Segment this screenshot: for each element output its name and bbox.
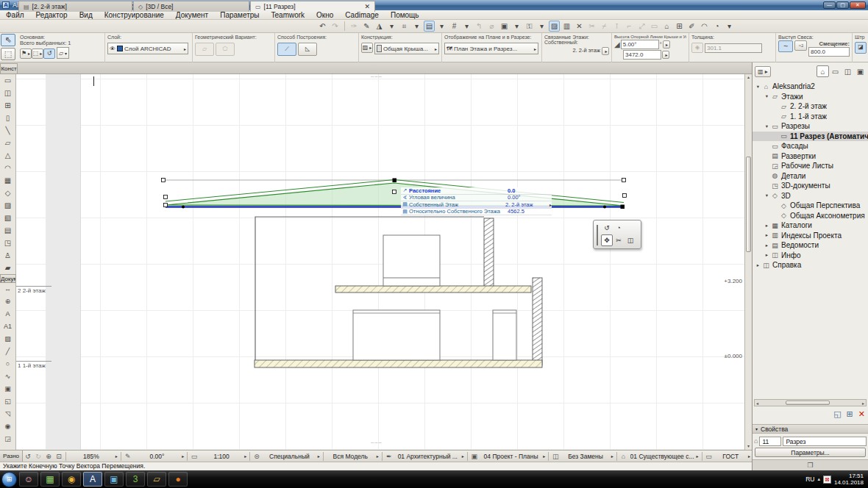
scale-combo[interactable]: 1:100▸: [199, 451, 248, 462]
renovation-filter-icon[interactable]: ⌂: [619, 453, 629, 460]
taskbar-user-app[interactable]: ☺: [19, 472, 38, 487]
lock-icon[interactable]: ⚿: [524, 21, 535, 32]
tracker-row-value[interactable]: 4562.5: [508, 208, 550, 215]
ramp-tool[interactable]: ▰: [0, 262, 15, 274]
pivot-method-button[interactable]: ⟋: [277, 43, 296, 56]
expand-arrow-icon[interactable]: ▾: [764, 123, 770, 129]
tracker-row-value[interactable]: 0.00°: [508, 194, 550, 201]
panel-dock-strip[interactable]: ❐: [753, 459, 868, 470]
close-button[interactable]: ✕: [850, 1, 866, 9]
poly-roof-geometry-button[interactable]: ▱: [195, 43, 214, 56]
language-indicator[interactable]: RU: [805, 476, 814, 483]
arrow-tool-button[interactable]: ⇖: [1, 34, 15, 46]
annotate-icon[interactable]: ✐: [686, 21, 697, 32]
stretch-icon[interactable]: ▭: [649, 21, 660, 32]
clock[interactable]: 17:51 14.01.2018: [834, 473, 867, 486]
tracker-relative[interactable]: ▤ Относительно Собственного Этажа 4562.5: [401, 209, 552, 216]
redo-icon[interactable]: ↷: [330, 21, 341, 32]
morph-tool[interactable]: ◇: [0, 187, 15, 199]
tab-section-11[interactable]: ▭ [11 Разрез] ✕: [250, 1, 375, 12]
layer-combo[interactable]: 👁 Слой ARCHICAD ▸: [107, 43, 188, 54]
expand-arrow-icon[interactable]: ▾: [755, 84, 761, 90]
graphic-override-icon[interactable]: ◫: [550, 453, 561, 460]
nav-3d-documents[interactable]: ◳ 3D-документы: [753, 181, 868, 191]
dropdown[interactable]: ▾: [536, 21, 547, 32]
wall-tool[interactable]: ▭: [0, 74, 15, 87]
level-dimension-tool[interactable]: ⊕: [0, 295, 15, 308]
curtain-wall-tool[interactable]: ▦: [0, 174, 15, 187]
navigator-hscroll-thumb[interactable]: [786, 401, 830, 405]
thickness-field[interactable]: 301.1: [705, 43, 762, 53]
polyline-tool[interactable]: ∿: [0, 370, 15, 383]
taskbar-archicad[interactable]: A: [83, 472, 102, 487]
label-tool[interactable]: A1: [0, 320, 15, 333]
nav-project-indexes[interactable]: ▸ ▥ Индексы Проекта: [753, 231, 868, 241]
favorites-button[interactable]: ⚑▸: [20, 49, 32, 59]
nav-perspective[interactable]: ◇ Общая Перспектива: [753, 201, 868, 211]
transfer-settings-button[interactable]: ↺: [43, 49, 55, 59]
dimension-standard-combo[interactable]: ГОСТ▸: [714, 451, 751, 462]
window-tool[interactable]: ⊞: [0, 99, 15, 112]
columns-icon[interactable]: ▥: [561, 21, 572, 32]
dropdown[interactable]: ▾: [511, 21, 522, 32]
roof-tools-icon[interactable]: ⌂: [661, 21, 672, 32]
nav-stories[interactable]: ▾ ▱ Этажи: [753, 92, 868, 102]
fill-tool[interactable]: ▨: [0, 333, 15, 345]
display-combo[interactable]: 🗺 План Этажа и Разрез... ▸: [444, 43, 538, 54]
slope-angle-menu-button[interactable]: ▸: [663, 40, 670, 49]
nav-elevations[interactable]: ▭ Фасады: [753, 141, 868, 151]
zone-tool[interactable]: ▧: [0, 212, 15, 224]
hatch-button[interactable]: ◪: [855, 42, 867, 54]
expand-arrow-icon[interactable]: ▸: [764, 232, 770, 238]
pen-set-icon[interactable]: ✒: [384, 453, 394, 460]
nav-lists[interactable]: ▸ ▤ Ведомости: [753, 240, 868, 251]
sep[interactable]: [344, 21, 345, 31]
section-name-field[interactable]: Разрез: [783, 437, 867, 446]
graphic-override-combo[interactable]: Без Замены▸: [561, 451, 614, 462]
multiply-icon[interactable]: ◫: [625, 234, 636, 246]
circle-tool[interactable]: ○: [0, 358, 15, 370]
measure-icon[interactable]: ⌗: [399, 21, 410, 32]
fillet-icon[interactable]: ⌐: [624, 21, 635, 32]
vertical-scrollbar[interactable]: ▴ ▾: [744, 74, 752, 450]
zoom-combo[interactable]: 185%▸: [68, 451, 119, 462]
collapse-icon[interactable]: ▾: [755, 426, 758, 431]
tracker-distance[interactable]: ↗ Расстояние 0.0: [401, 187, 552, 195]
move-icon[interactable]: ✥: [601, 234, 613, 246]
pen-set-combo[interactable]: 01 Архитектурный ...▸: [394, 451, 466, 462]
toolbox-group-misc[interactable]: Разно: [0, 451, 23, 462]
orientation-icon[interactable]: ✎: [123, 453, 133, 460]
nav-interior-elevations[interactable]: ▤ Развертки: [753, 151, 868, 162]
resize-icon[interactable]: ⤢: [636, 21, 647, 32]
tab-3d-all[interactable]: ◇ [3D / Все]: [133, 1, 249, 12]
taskbar-firefox[interactable]: ●: [168, 472, 188, 487]
scroll-right-icon[interactable]: ▸: [861, 401, 866, 406]
shell-tool[interactable]: ◠: [0, 162, 15, 174]
taskbar-chrome[interactable]: ◉: [62, 472, 81, 487]
tracker-row-value[interactable]: 0.0: [508, 187, 550, 194]
layout-book-icon[interactable]: ◫: [842, 65, 854, 77]
mesh-tool[interactable]: ▨: [0, 199, 15, 212]
taskbar-explorer[interactable]: ▱: [147, 472, 166, 487]
suspend-groups-icon[interactable]: ↰: [474, 21, 485, 32]
toolbox-group-construct[interactable]: Конст: [0, 63, 18, 74]
grid-snap-icon[interactable]: #: [449, 21, 460, 32]
structure-display-combo[interactable]: Вся Модель▸: [325, 451, 380, 462]
expand-arrow-icon[interactable]: ▸: [764, 243, 770, 248]
own-story-select-button[interactable]: ▸: [602, 47, 609, 55]
navigator-hscrollbar[interactable]: ◂ ▸: [754, 399, 867, 406]
revision-icon[interactable]: ◔: [711, 21, 722, 32]
split-icon[interactable]: ⌿: [599, 21, 610, 32]
zoom-back-icon[interactable]: ↺: [23, 453, 33, 460]
beam-tool[interactable]: ╲: [0, 124, 15, 137]
taskbar-3dsmax[interactable]: 3: [126, 472, 145, 487]
figure-tool[interactable]: ▣: [0, 383, 15, 395]
orientation-combo[interactable]: 0.00°▸: [133, 451, 186, 462]
expand-arrow-icon[interactable]: ▸: [764, 252, 770, 258]
dropdown[interactable]: ▾: [436, 21, 447, 32]
dropdown[interactable]: ▾: [411, 21, 422, 32]
tracker-row-value[interactable]: 2. 2-й этаж: [505, 201, 548, 208]
project-chooser-button[interactable]: ▥ ▸: [755, 66, 771, 77]
inject-parameters-icon[interactable]: ✎: [361, 21, 372, 32]
scroll-down-icon[interactable]: ▾: [745, 443, 752, 450]
